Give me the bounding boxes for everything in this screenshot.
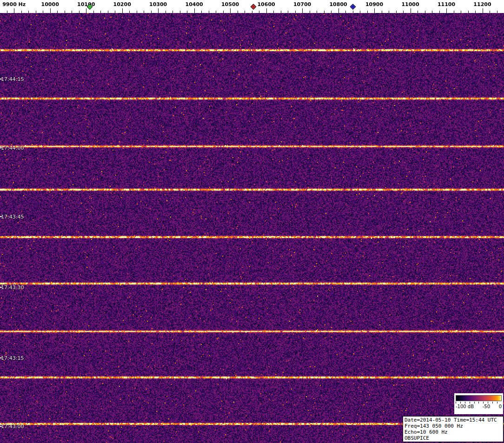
freq-minor-tick: [100, 11, 101, 13]
freq-minor-tick: [137, 11, 137, 13]
freq-major-tick: [122, 8, 123, 13]
freq-minor-tick: [245, 11, 245, 13]
freq-minor-tick: [180, 11, 180, 13]
info-date-time: Date=2014-05-10 Time=15:44 UTC: [405, 417, 502, 423]
colorbar-labels: -100 dB -50 0: [456, 404, 502, 409]
freq-tick-label: 10500: [221, 1, 239, 7]
freq-minor-tick: [144, 11, 144, 13]
freq-minor-tick: [93, 11, 94, 13]
freq-minor-tick: [281, 11, 281, 13]
freq-minor-tick: [259, 11, 259, 13]
freq-tick-label: 10700: [293, 1, 311, 7]
colorbar-mid-label: -50: [483, 404, 490, 409]
freq-minor-tick: [151, 11, 152, 13]
freq-tick-label: 11100: [438, 1, 455, 7]
freq-minor-tick: [324, 11, 325, 13]
freq-tick-label: 9900 Hz: [2, 1, 26, 7]
frequency-axis: 9900 Hz100001010010200103001040010500106…: [0, 0, 504, 13]
freq-minor-tick: [382, 11, 382, 13]
freq-minor-tick: [403, 11, 404, 13]
freq-minor-tick: [187, 11, 187, 13]
freq-tick-label: 10400: [185, 1, 203, 7]
freq-major-tick: [50, 8, 51, 13]
freq-minor-tick: [360, 11, 360, 13]
colorbar-min-label: -100 dB: [456, 404, 474, 409]
freq-minor-tick: [273, 11, 274, 13]
freq-minor-tick: [295, 11, 296, 13]
freq-tick-label: 10300: [149, 1, 167, 7]
freq-minor-tick: [238, 11, 238, 13]
freq-major-tick: [446, 8, 447, 13]
freq-minor-tick: [439, 11, 440, 13]
freq-major-tick: [158, 8, 159, 13]
freq-minor-tick: [28, 11, 29, 13]
freq-tick-label: 11000: [401, 1, 419, 7]
freq-major-tick: [374, 8, 375, 13]
freq-minor-tick: [454, 11, 454, 13]
freq-minor-tick: [201, 11, 202, 13]
freq-minor-tick: [396, 11, 397, 13]
freq-marker-red-diamond-icon[interactable]: [251, 4, 257, 10]
freq-tick-label: 10600: [257, 1, 275, 7]
colorbar-tick-marks: [456, 402, 502, 403]
freq-minor-tick: [129, 11, 130, 13]
freq-minor-tick: [317, 11, 317, 13]
freq-minor-tick: [475, 11, 476, 13]
freq-minor-tick: [72, 11, 72, 13]
observation-info-box: Date=2014-05-10 Time=15:44 UTC Freq=143 …: [403, 416, 504, 442]
freq-minor-tick: [172, 11, 173, 13]
freq-minor-tick: [166, 11, 166, 13]
info-station-name: OBSUPICE: [405, 435, 502, 441]
freq-minor-tick: [43, 11, 43, 13]
freq-tick-label: 10800: [329, 1, 347, 7]
freq-marker-blue-diamond-icon[interactable]: [350, 4, 356, 10]
freq-major-tick: [411, 8, 411, 13]
freq-tick-label: 10000: [41, 1, 59, 7]
freq-tick-label: 10900: [365, 1, 383, 7]
freq-minor-tick: [389, 11, 389, 13]
freq-minor-tick: [345, 11, 346, 13]
freq-minor-tick: [425, 11, 425, 13]
freq-minor-tick: [418, 11, 418, 13]
colorbar-legend: -100 dB -50 0: [454, 393, 503, 414]
freq-major-tick: [266, 8, 267, 13]
freq-tick-label: 11200: [473, 1, 491, 7]
info-frequency: Freq=143 050 000 Hz: [405, 423, 502, 429]
freq-minor-tick: [223, 11, 224, 13]
freq-minor-tick: [65, 11, 65, 13]
freq-minor-tick: [490, 11, 490, 13]
freq-major-tick: [338, 8, 339, 13]
freq-minor-tick: [310, 11, 310, 13]
freq-minor-tick: [432, 11, 432, 13]
spectrogram-app-window: 9900 Hz100001010010200103001040010500106…: [0, 0, 504, 443]
freq-major-tick: [14, 8, 14, 13]
colorbar-max-label: 0: [499, 404, 502, 409]
freq-minor-tick: [115, 11, 115, 13]
freq-major-tick: [230, 8, 231, 13]
freq-major-tick: [302, 8, 303, 13]
freq-minor-tick: [21, 11, 22, 13]
freq-minor-tick: [7, 11, 7, 13]
freq-minor-tick: [36, 11, 36, 13]
freq-tick-label: 10200: [113, 1, 131, 7]
colorbar-gradient: [456, 395, 502, 401]
freq-minor-tick: [252, 11, 252, 13]
freq-minor-tick: [461, 11, 461, 13]
freq-minor-tick: [57, 11, 58, 13]
freq-minor-tick: [497, 11, 497, 13]
freq-minor-tick: [367, 11, 368, 13]
info-echo-frequency: Echo=10 600 Hz: [405, 429, 502, 435]
freq-minor-tick: [288, 11, 288, 13]
freq-minor-tick: [209, 11, 209, 13]
freq-minor-tick: [353, 11, 353, 13]
freq-major-tick: [86, 8, 86, 13]
freq-minor-tick: [468, 11, 469, 13]
freq-major-tick: [194, 8, 195, 13]
freq-minor-tick: [216, 11, 216, 13]
waterfall-spectrogram[interactable]: [0, 13, 504, 443]
freq-minor-tick: [108, 11, 108, 13]
freq-minor-tick: [331, 11, 332, 13]
freq-major-tick: [483, 8, 483, 13]
freq-minor-tick: [79, 11, 80, 13]
